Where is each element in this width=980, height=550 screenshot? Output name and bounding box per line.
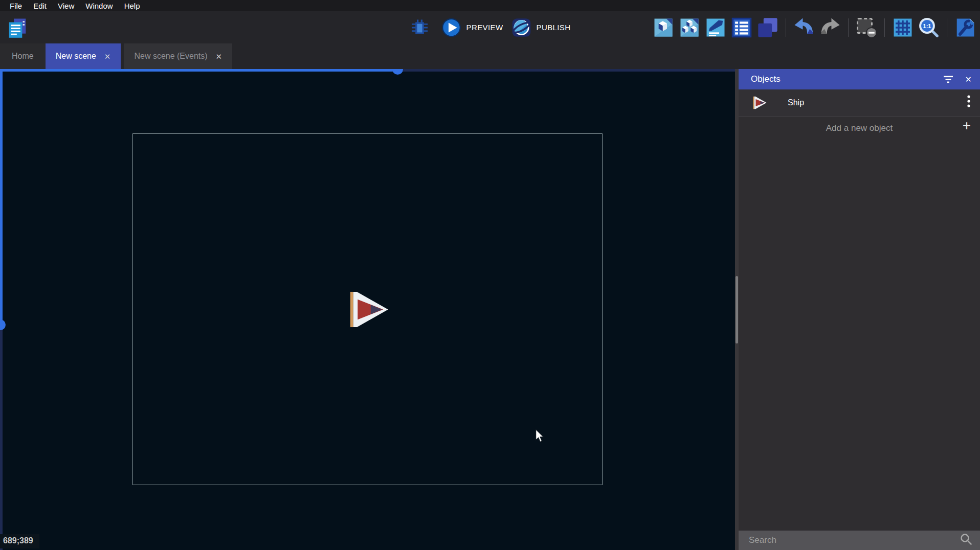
zoom-1to1-icon[interactable]: 1:1 — [918, 17, 940, 38]
preview-play-icon — [441, 17, 462, 38]
menu-view[interactable]: View — [52, 2, 80, 10]
objects-panel-title: Objects — [751, 74, 931, 84]
tab-home-label: Home — [12, 52, 34, 61]
undo-icon[interactable] — [793, 17, 815, 38]
debug-icon[interactable] — [410, 17, 430, 38]
objects-editor-icon[interactable] — [653, 17, 674, 38]
toolbar-separator — [884, 18, 885, 37]
toolbar-separator — [947, 18, 947, 37]
close-icon[interactable]: ✕ — [965, 75, 972, 84]
objects-panel-header: Objects ✕ — [739, 69, 980, 89]
publish-button[interactable]: PUBLISH — [511, 17, 570, 38]
tab-new-scene-label: New scene — [56, 52, 96, 61]
v-scrollbar-track[interactable] — [0, 325, 3, 550]
deselect-icon[interactable] — [856, 17, 877, 38]
cursor-coordinates: 689;389 — [0, 534, 39, 548]
tab-bar: Home New scene ✕ New scene (Events) ✕ — [0, 43, 980, 69]
toolbar-separator — [848, 18, 849, 37]
menu-window[interactable]: Window — [80, 2, 118, 10]
redo-icon[interactable] — [819, 17, 841, 38]
preview-button[interactable]: PREVIEW — [441, 17, 503, 38]
tab-close-icon[interactable]: ✕ — [216, 53, 222, 60]
settings-icon[interactable] — [954, 17, 976, 38]
v-scrollbar-track-active[interactable] — [0, 69, 3, 325]
h-scrollbar-track-active[interactable] — [0, 69, 398, 72]
project-manager-icon[interactable] — [7, 17, 28, 38]
main-area: 689;389 Objects ✕ — [0, 69, 980, 550]
ship-object-instance[interactable] — [347, 288, 390, 331]
menu-file[interactable]: File — [4, 2, 28, 10]
objects-panel-body — [739, 140, 980, 531]
tab-new-scene-events[interactable]: New scene (Events) ✕ — [124, 43, 232, 69]
add-new-object-label: Add a new object — [826, 123, 893, 133]
object-list-item-ship[interactable]: Ship — [739, 89, 980, 117]
menu-bar: File Edit View Window Help — [0, 0, 980, 11]
toolbar-separator — [786, 18, 786, 37]
layers-icon[interactable] — [757, 17, 778, 38]
add-new-object-button[interactable]: Add a new object + — [739, 117, 980, 140]
scrollbar-thumb[interactable] — [736, 276, 738, 343]
svg-text:1:1: 1:1 — [923, 22, 931, 29]
objects-panel: Objects ✕ Ship — [739, 69, 980, 550]
v-scrollbar-handle[interactable] — [0, 319, 6, 330]
scene-properties-icon[interactable] — [705, 17, 726, 38]
scene-canvas[interactable]: 689;389 — [0, 69, 735, 550]
object-name: Ship — [788, 98, 967, 107]
h-scrollbar-handle[interactable] — [392, 69, 403, 75]
mouse-cursor-icon — [535, 429, 546, 445]
tab-new-scene-events-label: New scene (Events) — [134, 52, 207, 61]
canvas-scrollbar-strip — [735, 69, 739, 550]
preview-label: PREVIEW — [466, 23, 503, 32]
publish-globe-icon — [511, 17, 531, 38]
menu-help[interactable]: Help — [119, 2, 146, 10]
publish-label: PUBLISH — [536, 23, 570, 32]
h-scrollbar-track[interactable] — [398, 69, 735, 72]
instances-list-icon[interactable] — [731, 17, 752, 38]
filter-icon[interactable] — [943, 75, 954, 84]
tab-new-scene[interactable]: New scene ✕ — [46, 43, 121, 69]
ship-thumbnail-icon — [752, 95, 767, 110]
tab-close-icon[interactable]: ✕ — [104, 53, 111, 60]
search-icon — [960, 533, 973, 548]
search-input[interactable] — [749, 535, 960, 545]
grid-icon[interactable] — [892, 17, 914, 38]
plus-icon: + — [963, 119, 971, 133]
toolbar: PREVIEW PUBLISH — [0, 11, 980, 43]
kebab-menu-icon[interactable] — [967, 94, 971, 111]
menu-edit[interactable]: Edit — [28, 2, 52, 10]
tab-home[interactable]: Home — [0, 43, 46, 69]
search-bar — [739, 531, 980, 550]
object-groups-icon[interactable] — [679, 17, 700, 38]
